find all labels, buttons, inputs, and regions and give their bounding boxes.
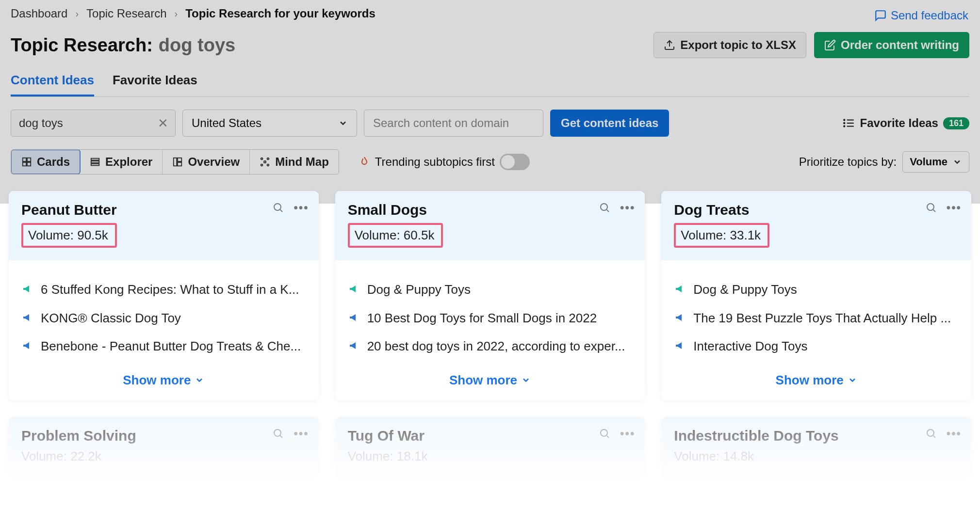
bullhorn-icon xyxy=(21,311,34,324)
idea-text: The 19 Best Puzzle Toys That Actually He… xyxy=(693,310,959,326)
export-button[interactable]: Export topic to XLSX xyxy=(653,32,806,58)
svg-rect-9 xyxy=(23,162,26,166)
svg-rect-14 xyxy=(174,158,177,166)
breadcrumb: Dashboard › Topic Research › Topic Resea… xyxy=(11,7,969,20)
more-icon[interactable]: ••• xyxy=(947,201,962,214)
view-explorer[interactable]: Explorer xyxy=(80,150,163,174)
svg-point-26 xyxy=(927,204,934,210)
bullhorn-icon xyxy=(674,311,686,324)
svg-line-23 xyxy=(280,210,282,212)
order-content-label: Order content writing xyxy=(841,38,959,52)
tab-content-ideas[interactable]: Content Ideas xyxy=(11,73,94,96)
favorite-ideas-label: Favorite Ideas xyxy=(860,116,938,130)
idea-text: Benebone - Peanut Butter Dog Treats & Ch… xyxy=(41,338,306,354)
breadcrumb-item[interactable]: Topic Research xyxy=(86,7,166,20)
idea-text: KONG® Classic Dog Toy xyxy=(41,310,306,326)
prioritize-select[interactable]: Volume xyxy=(902,151,969,173)
svg-point-30 xyxy=(601,430,607,436)
keyword-input[interactable]: dog toys ✕ xyxy=(11,110,176,137)
export-label: Export topic to XLSX xyxy=(680,38,796,52)
show-more-link[interactable]: Show more xyxy=(335,364,645,400)
prioritize-label: Prioritize topics by: xyxy=(799,155,897,169)
topic-card[interactable]: Peanut Butter ••• Volume: 90.5k 6 Stuffe… xyxy=(9,191,319,400)
topic-volume: Volume: 90.5k xyxy=(21,223,117,248)
view-cards[interactable]: Cards xyxy=(11,149,81,175)
get-content-ideas-button[interactable]: Get content ideas xyxy=(550,110,669,137)
show-more-link[interactable]: Show more xyxy=(661,364,971,400)
topic-card[interactable]: Indestructible Dog Toys ••• Volume: 14.8… xyxy=(661,417,971,477)
topic-card-title: Problem Solving xyxy=(21,428,306,444)
tab-favorite-ideas[interactable]: Favorite Ideas xyxy=(113,73,197,96)
topic-card[interactable]: Dog Treats ••• Volume: 33.1k Dog & Puppy… xyxy=(661,191,971,400)
svg-point-5 xyxy=(844,123,845,124)
view-explorer-label: Explorer xyxy=(105,155,152,169)
send-feedback-link[interactable]: Send feedback xyxy=(874,9,968,22)
search-icon[interactable] xyxy=(272,428,284,439)
svg-rect-13 xyxy=(91,164,99,166)
svg-point-24 xyxy=(601,204,607,210)
view-toggle-group: Cards Explorer Overview Mind Map xyxy=(11,149,339,175)
search-icon[interactable] xyxy=(599,428,610,439)
page-title-keyword: dog toys xyxy=(159,35,235,56)
page-title: Topic Research: dog toys xyxy=(11,35,235,56)
cards-icon xyxy=(21,157,32,167)
edit-icon xyxy=(824,39,836,51)
idea-item[interactable]: 6 Stuffed Kong Recipes: What to Stuff in… xyxy=(21,282,306,298)
more-icon[interactable]: ••• xyxy=(294,201,309,214)
keyword-value: dog toys xyxy=(19,116,63,130)
cards-grid-row2: Problem Solving ••• Volume: 22.2k Tug Of… xyxy=(0,417,980,477)
list-icon xyxy=(843,117,855,129)
idea-item[interactable]: Dog & Puppy Toys xyxy=(674,282,959,298)
topic-card-title: Indestructible Dog Toys xyxy=(674,428,959,444)
topic-card[interactable]: Small Dogs ••• Volume: 60.5k Dog & Puppy… xyxy=(335,191,645,400)
idea-item[interactable]: Interactive Dog Toys xyxy=(674,338,959,354)
svg-line-29 xyxy=(280,435,282,437)
chevron-down-icon xyxy=(338,118,348,128)
idea-text: 20 best dog toys in 2022, according to e… xyxy=(367,338,633,354)
idea-item[interactable]: Dog & Puppy Toys xyxy=(348,282,633,298)
domain-placeholder: Search content on domain xyxy=(373,116,509,130)
idea-item[interactable]: Benebone - Peanut Butter Dog Treats & Ch… xyxy=(21,338,306,354)
idea-item[interactable]: 20 best dog toys in 2022, according to e… xyxy=(348,338,633,354)
search-icon[interactable] xyxy=(272,202,284,213)
svg-rect-8 xyxy=(27,158,31,161)
bullhorn-icon xyxy=(348,311,360,324)
bullhorn-icon xyxy=(21,283,34,295)
chevron-down-icon xyxy=(195,375,204,385)
favorite-ideas-link[interactable]: Favorite Ideas 161 xyxy=(843,116,969,130)
more-icon[interactable]: ••• xyxy=(947,427,962,440)
svg-line-25 xyxy=(607,210,609,212)
clear-keyword-icon[interactable]: ✕ xyxy=(158,116,168,131)
more-icon[interactable]: ••• xyxy=(620,427,635,440)
svg-point-22 xyxy=(274,204,281,210)
search-icon[interactable] xyxy=(925,428,937,439)
search-icon[interactable] xyxy=(925,202,937,213)
svg-point-6 xyxy=(844,126,845,127)
mindmap-icon xyxy=(260,157,270,167)
more-icon[interactable]: ••• xyxy=(620,201,635,214)
svg-point-18 xyxy=(267,158,269,160)
cards-grid: Peanut Butter ••• Volume: 90.5k 6 Stuffe… xyxy=(0,191,980,400)
show-more-link[interactable]: Show more xyxy=(9,364,319,400)
topic-card[interactable]: Tug Of War ••• Volume: 18.1k xyxy=(335,417,645,477)
country-select[interactable]: United States xyxy=(182,110,357,137)
svg-rect-12 xyxy=(91,161,99,163)
idea-item[interactable]: 10 Best Dog Toys for Small Dogs in 2022 xyxy=(348,310,633,326)
trending-switch[interactable] xyxy=(500,154,530,170)
svg-point-32 xyxy=(927,430,934,436)
favorite-ideas-count: 161 xyxy=(943,117,969,129)
breadcrumb-item[interactable]: Dashboard xyxy=(11,7,67,20)
search-icon[interactable] xyxy=(599,202,610,213)
more-icon[interactable]: ••• xyxy=(294,427,309,440)
chevron-down-icon xyxy=(521,375,531,385)
svg-point-19 xyxy=(261,164,263,166)
svg-rect-11 xyxy=(91,159,99,160)
view-overview[interactable]: Overview xyxy=(163,150,250,174)
topic-card-title: Peanut Butter xyxy=(21,202,306,218)
idea-item[interactable]: The 19 Best Puzzle Toys That Actually He… xyxy=(674,310,959,326)
order-content-button[interactable]: Order content writing xyxy=(814,32,969,58)
idea-item[interactable]: KONG® Classic Dog Toy xyxy=(21,310,306,326)
view-mindmap[interactable]: Mind Map xyxy=(250,150,339,174)
topic-card[interactable]: Problem Solving ••• Volume: 22.2k xyxy=(9,417,319,477)
domain-search-input[interactable]: Search content on domain xyxy=(364,110,543,137)
